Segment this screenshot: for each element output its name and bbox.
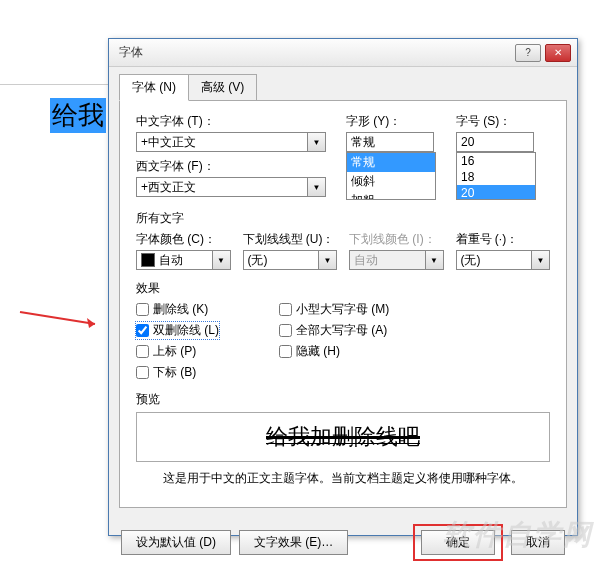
size-option-18[interactable]: 18 xyxy=(457,169,535,185)
close-button[interactable]: ✕ xyxy=(545,44,571,62)
all-text-label: 所有文字 xyxy=(136,210,550,227)
chinese-font-input[interactable] xyxy=(136,132,308,152)
font-style-input[interactable] xyxy=(346,132,434,152)
underline-color-label: 下划线颜色 (I)： xyxy=(349,231,444,248)
font-size-label: 字号 (S)： xyxy=(456,113,536,130)
set-default-button[interactable]: 设为默认值 (D) xyxy=(121,530,231,555)
chinese-font-dropdown[interactable]: ▼ xyxy=(308,132,326,152)
font-size-input[interactable] xyxy=(456,132,534,152)
western-font-input[interactable] xyxy=(136,177,308,197)
preview-label: 预览 xyxy=(136,391,550,408)
tab-font[interactable]: 字体 (N) xyxy=(119,74,189,101)
style-option-italic[interactable]: 倾斜 xyxy=(347,172,435,191)
preview-text: 给我加删除线吧 xyxy=(266,422,420,452)
underline-style-dropdown[interactable]: ▼ xyxy=(319,250,337,270)
font-style-label: 字形 (Y)： xyxy=(346,113,436,130)
font-size-list[interactable]: 16 18 20 xyxy=(456,152,536,200)
underline-color-value: 自动 xyxy=(349,250,426,270)
tab-advanced[interactable]: 高级 (V) xyxy=(188,74,257,101)
emphasis-label: 着重号 (·)： xyxy=(456,231,551,248)
titlebar[interactable]: 字体 ? ✕ xyxy=(109,39,577,67)
checkbox-allcaps[interactable]: 全部大写字母 (A) xyxy=(279,322,389,339)
checkbox-hidden[interactable]: 隐藏 (H) xyxy=(279,343,389,360)
document-selected-text[interactable]: 给我 xyxy=(50,98,106,133)
ruler xyxy=(0,84,120,86)
svg-line-0 xyxy=(20,312,95,324)
checkbox-superscript[interactable]: 上标 (P) xyxy=(136,343,219,360)
font-color-label: 字体颜色 (C)： xyxy=(136,231,231,248)
color-swatch-icon xyxy=(141,253,155,267)
effects-label: 效果 xyxy=(136,280,550,297)
font-style-list[interactable]: 常规 倾斜 加粗 xyxy=(346,152,436,200)
preview-box: 给我加删除线吧 xyxy=(136,412,550,462)
underline-color-dropdown: ▼ xyxy=(426,250,444,270)
underline-style-label: 下划线线型 (U)： xyxy=(243,231,338,248)
tab-bar: 字体 (N) 高级 (V) xyxy=(119,73,577,100)
watermark: 软件自学网 xyxy=(443,516,593,554)
text-effects-button[interactable]: 文字效果 (E)… xyxy=(239,530,348,555)
tab-body: 中文字体 (T)： ▼ 西文字体 (F)： ▼ 字形 (Y)： 常规 倾斜 加粗 xyxy=(119,100,567,508)
emphasis-value[interactable]: (无) xyxy=(456,250,533,270)
size-option-16[interactable]: 16 xyxy=(457,153,535,169)
checkbox-strikethrough[interactable]: 删除线 (K) xyxy=(136,301,219,318)
emphasis-dropdown[interactable]: ▼ xyxy=(532,250,550,270)
annotation-arrow xyxy=(15,310,105,330)
preview-note: 这是用于中文的正文主题字体。当前文档主题定义将使用哪种字体。 xyxy=(136,470,550,487)
font-dialog: 字体 ? ✕ 字体 (N) 高级 (V) 中文字体 (T)： ▼ 西文字体 (F… xyxy=(108,38,578,536)
chinese-font-label: 中文字体 (T)： xyxy=(136,113,326,130)
underline-style-value[interactable]: (无) xyxy=(243,250,320,270)
size-option-20[interactable]: 20 xyxy=(457,185,535,200)
western-font-label: 西文字体 (F)： xyxy=(136,158,326,175)
dialog-title: 字体 xyxy=(115,44,515,61)
font-color-dropdown[interactable]: ▼ xyxy=(213,250,231,270)
western-font-dropdown[interactable]: ▼ xyxy=(308,177,326,197)
checkbox-smallcaps[interactable]: 小型大写字母 (M) xyxy=(279,301,389,318)
checkbox-double-strikethrough[interactable]: 双删除线 (L) xyxy=(136,322,219,339)
checkbox-subscript[interactable]: 下标 (B) xyxy=(136,364,219,381)
style-option-bold[interactable]: 加粗 xyxy=(347,191,435,200)
font-color-value[interactable]: 自动 xyxy=(136,250,213,270)
help-button[interactable]: ? xyxy=(515,44,541,62)
style-option-regular[interactable]: 常规 xyxy=(347,153,435,172)
